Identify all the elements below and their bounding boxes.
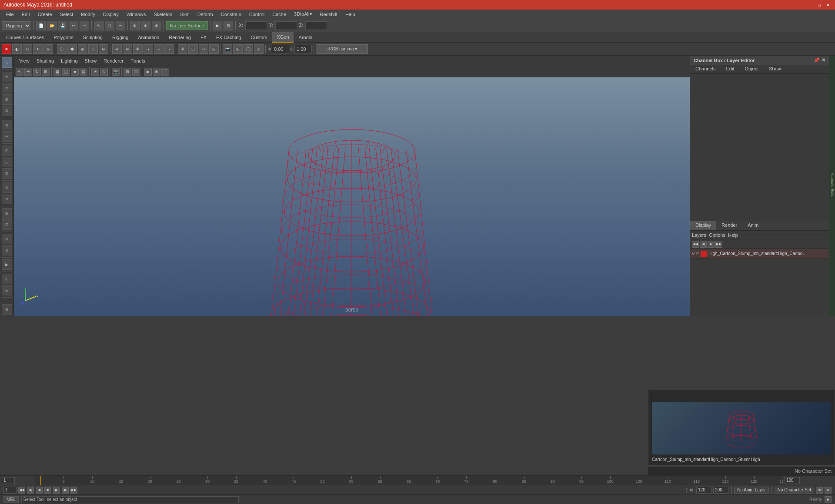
scale-tool-btn[interactable]: ⊞ [2,94,12,105]
cb-tab-channels[interactable]: Channels [690,65,721,73]
cb-tab-object[interactable]: Object [739,65,764,73]
xgen-btn2[interactable]: ◐ [12,44,22,54]
vp-snap-grid-btn[interactable]: ⊕ [153,68,160,76]
layer-next2-btn[interactable]: ▶▶ [715,241,722,248]
redo-btn[interactable]: ↪ [80,21,89,30]
cam-val1-input[interactable] [272,45,289,53]
xgen-btn1[interactable]: ✕ [2,44,11,54]
end-frame-input[interactable] [785,477,800,484]
vp-rotate-btn[interactable]: ↻ [33,68,41,76]
vp-solid-btn[interactable]: ■ [71,68,79,76]
menu-file[interactable]: File [3,11,17,18]
vp-menu-panels[interactable]: Panels [128,58,148,63]
select-tool-btn[interactable]: ↖ [94,21,104,30]
open-file-btn[interactable]: 📂 [47,21,57,30]
anim-end-input[interactable] [696,487,711,494]
char-set-btn1[interactable]: ⊕ [816,487,823,494]
menu-help[interactable]: Help [342,11,359,18]
cb-tab-edit[interactable]: Edit [721,65,739,73]
undo-btn[interactable]: ↩ [69,21,78,30]
xgen-smooth-btn[interactable]: ◯ [244,44,253,54]
maximize-btn[interactable]: □ [816,1,823,8]
layer-tab-display[interactable]: Display [690,221,716,230]
vp-snap-curve-btn[interactable]: ⌒ [161,68,169,76]
vp-smooth-btn[interactable]: ◯ [62,68,70,76]
layer-next-btn[interactable]: ▶ [708,241,715,248]
display-btn2[interactable]: ⊟ [2,157,12,167]
tab-fx[interactable]: FX [196,32,211,43]
vp-select-btn[interactable]: ↖ [16,68,23,76]
xgen-btn3[interactable]: ⊙ [23,44,32,54]
layer-subtab-help[interactable]: Help [728,232,738,238]
misc-btn2[interactable]: ⊗ [2,245,12,255]
menu-create[interactable]: Create [34,11,56,18]
tab-fx-caching[interactable]: FX Caching [212,32,245,43]
tab-polygons[interactable]: Polygons [49,32,77,43]
layer-btn1[interactable]: ⊞ [2,208,12,219]
xgen-btn17[interactable]: ❖ [178,44,187,54]
xgen-btn20[interactable]: ⊞ [209,44,219,54]
menu-3dto-all[interactable]: 3DtoAll▾ [291,10,315,18]
status-expand-btn[interactable]: ▶ [825,496,832,503]
snap-btn1[interactable]: ⊕ [130,21,140,30]
lasso-tool-btn[interactable]: ⬡ [105,21,114,30]
snap-btn3[interactable]: ⊕ [152,21,161,30]
playback-prev-frame-btn[interactable]: ◀◀ [18,487,25,494]
tab-sculpting[interactable]: Sculpting [79,32,107,43]
z-input[interactable] [305,21,327,30]
paint-select-btn[interactable]: ✏ [116,21,125,30]
display-btn3[interactable]: ⊠ [2,168,12,179]
xgen-btn4[interactable]: ✦ [33,44,43,54]
menu-skin[interactable]: Skin [177,11,193,18]
playback-step-back-btn[interactable]: ◀| [27,487,34,494]
color-space-btn[interactable]: sRGB gamma ▾ [316,44,368,54]
menu-control[interactable]: Control [246,11,268,18]
workspace-dropdown[interactable]: Rigging [2,21,31,30]
xgen-btn8[interactable]: ⊞ [78,44,87,54]
snap-btn-sidebar[interactable]: ⊕ [2,182,12,193]
playback-stop-btn[interactable]: ■ [44,487,51,494]
char-set-btn2[interactable]: ⊗ [825,487,832,494]
tab-curves-surfaces[interactable]: Curves / Surfaces [2,32,48,43]
xgen-camera-btn[interactable]: 📷 [223,44,232,54]
start-frame-input[interactable] [2,477,15,484]
tab-custom[interactable]: Custom [247,32,272,43]
playback-play-back-btn[interactable]: ◀ [36,487,43,494]
channel-box-close-btn[interactable]: ✕ [822,57,825,63]
tab-animation[interactable]: Animation [134,32,164,43]
bottom-sidebar-btn[interactable]: ⊕ [2,304,12,315]
vp-menu-view[interactable]: View [17,58,32,63]
snap-btn2[interactable]: ⊕ [141,21,150,30]
menu-deform[interactable]: Deform [194,11,217,18]
xgen-btn16[interactable]: ⬩ [164,44,174,54]
select-tool-sidebar-btn[interactable]: ↖ [2,57,12,68]
vp-menu-show[interactable]: Show [82,58,100,63]
layer-subtab-options[interactable]: Options [709,232,725,238]
layer-subtab-layers[interactable]: Layers [692,232,706,238]
layer-item[interactable]: V P High_Cartoon_Stump_mb_standart:High_… [690,249,829,259]
history-btn[interactable]: ⊗ [2,194,12,204]
vp-scale-btn[interactable]: ⊞ [42,68,50,76]
xgen-btn10[interactable]: ⊗ [99,44,108,54]
title-bar-controls[interactable]: ─ □ ✕ [807,1,832,8]
layer-prev-btn[interactable]: ◀◀ [692,241,699,248]
vp-shadows-btn[interactable]: ⊙ [100,68,108,76]
extra-btn1[interactable]: ⊞ [2,274,12,284]
xgen-btn7[interactable]: ⬢ [67,44,77,54]
xgen-btn13[interactable]: ✤ [133,44,143,54]
vp-wire-btn[interactable]: ▦ [53,68,61,76]
ipr-render-btn[interactable]: ⊞ [224,21,233,30]
vp-grid-btn[interactable]: ⊞ [124,68,131,76]
cb-tab-show[interactable]: Show [764,65,786,73]
menu-display[interactable]: Display [100,11,122,18]
xgen-btn14[interactable]: ⬧ [144,44,153,54]
timeline-ruler[interactable]: 5101520253035404550556065707580859095100… [35,476,783,485]
vp-move-btn[interactable]: ✛ [24,68,32,76]
x-input[interactable] [245,21,267,30]
vp-menu-renderer[interactable]: Renderer [101,58,126,63]
current-frame-input[interactable] [3,487,17,494]
minimize-btn[interactable]: ─ [807,1,814,8]
layer-visibility-btn[interactable]: V [692,252,695,256]
vp-render-btn[interactable]: ▶ [144,68,152,76]
playback-step-fwd-btn[interactable]: |▶ [62,487,69,494]
